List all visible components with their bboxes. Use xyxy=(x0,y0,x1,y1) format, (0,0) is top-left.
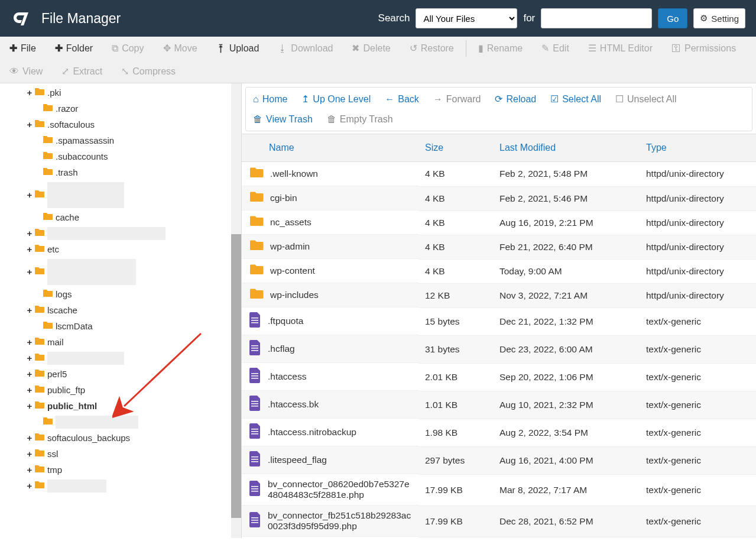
tree-item[interactable]: lscmData xyxy=(0,318,241,334)
tree-item[interactable]: .trash xyxy=(0,164,241,180)
tree-item[interactable]: +softaculous_backups xyxy=(0,430,241,446)
tree-item[interactable]: +public_ftp xyxy=(0,382,241,398)
column-name[interactable]: Name xyxy=(242,134,419,162)
tree-toggle[interactable]: + xyxy=(26,244,33,254)
table-row[interactable]: error_log1.04 MBJul 26, 2022, 10:40 AMte… xyxy=(242,537,756,538)
tree-toggle[interactable]: + xyxy=(26,228,33,238)
column-size[interactable]: Size xyxy=(419,134,494,162)
upload-button[interactable]: ⭱Upload xyxy=(207,37,269,60)
tree-toggle[interactable]: + xyxy=(26,267,33,277)
tree-toggle[interactable]: + xyxy=(26,465,33,475)
compress-button[interactable]: ⤡Compress xyxy=(112,60,185,83)
forward-icon: → xyxy=(433,94,443,105)
tree-item[interactable]: +tmp xyxy=(0,462,241,478)
settings-button[interactable]: ⚙ Setting xyxy=(693,8,745,28)
table-row[interactable]: .htaccess.nitrobackup1.98 KBAug 2, 2022,… xyxy=(242,419,756,446)
tree-toggle[interactable]: + xyxy=(26,190,33,200)
tree-toggle[interactable]: + xyxy=(26,449,33,459)
tree-item[interactable]: +etc xyxy=(0,241,241,257)
tree-item[interactable]: + xyxy=(0,225,241,241)
tree-toggle[interactable]: + xyxy=(26,401,33,411)
back-button[interactable]: ←Back xyxy=(385,94,419,105)
table-row[interactable]: wp-content4 KBToday, 9:00 AMhttpd/unix-d… xyxy=(242,259,756,283)
forward-button[interactable]: →Forward xyxy=(433,94,481,105)
tree-toggle[interactable]: + xyxy=(26,385,33,395)
table-row[interactable]: .hcflag31 bytesDec 23, 2022, 6:00 AMtext… xyxy=(242,335,756,363)
select-all-button[interactable]: ☑Select All xyxy=(550,93,601,105)
tree-item[interactable]: +ssl xyxy=(0,446,241,462)
table-row[interactable]: .ftpquota15 bytesDec 21, 2022, 1:32 PMte… xyxy=(242,307,756,335)
tree-toggle[interactable]: + xyxy=(26,353,33,363)
tree-item[interactable] xyxy=(0,414,241,430)
empty-trash-button[interactable]: 🗑Empty Trash xyxy=(327,114,393,125)
file-name: .ftpquota xyxy=(268,316,303,326)
reload-button[interactable]: ⟳Reload xyxy=(495,93,536,105)
rename-button[interactable]: ▮Rename xyxy=(469,37,532,60)
table-row[interactable]: .well-known4 KBFeb 2, 2021, 5:48 PMhttpd… xyxy=(242,162,756,187)
view-trash-button[interactable]: 🗑View Trash xyxy=(253,114,313,125)
tree-item[interactable]: .razor xyxy=(0,101,241,116)
new-folder-button[interactable]: ✚Folder xyxy=(46,37,102,60)
folder-icon xyxy=(34,88,45,98)
file-modified: Today, 9:00 AM xyxy=(494,259,640,283)
tree-toggle[interactable]: + xyxy=(26,88,33,98)
table-row[interactable]: nc_assets4 KBAug 16, 2019, 2:21 PMhttpd/… xyxy=(242,210,756,235)
folder-icon xyxy=(34,337,45,347)
delete-button[interactable]: ✖Delete xyxy=(342,37,400,60)
tree-item[interactable]: + xyxy=(0,257,241,286)
tree-item[interactable]: + xyxy=(0,350,241,366)
copy-button[interactable]: ⧉Copy xyxy=(102,37,153,60)
tree-toggle[interactable]: + xyxy=(26,481,33,491)
tree-item[interactable]: +perl5 xyxy=(0,366,241,382)
tree-item[interactable]: +public_html xyxy=(0,398,241,414)
tree-item[interactable]: +.softaculous xyxy=(0,116,241,132)
tree-toggle[interactable]: + xyxy=(26,337,33,347)
restore-button[interactable]: ↺Restore xyxy=(400,37,463,60)
download-button[interactable]: ⭳Download xyxy=(268,37,342,60)
extract-button[interactable]: ⤢Extract xyxy=(52,60,112,83)
column-type[interactable]: Type xyxy=(640,134,756,162)
tree-item[interactable]: logs xyxy=(0,286,241,302)
view-button[interactable]: 👁View xyxy=(0,60,52,83)
tree-toggle[interactable]: + xyxy=(26,305,33,315)
move-button[interactable]: ✥Move xyxy=(154,37,207,60)
unselect-all-button[interactable]: ☐Unselect All xyxy=(615,93,677,105)
toolbar: ✚File ✚Folder ⧉Copy ✥Move ⭱Upload ⭳Downl… xyxy=(0,37,756,83)
tree-item[interactable]: .spamassassin xyxy=(0,132,241,148)
table-row[interactable]: bv_connector_08620ed0b7e5327e48048483c5f… xyxy=(242,474,756,506)
tree-toggle[interactable]: + xyxy=(26,369,33,379)
tree-item[interactable]: + xyxy=(0,180,241,209)
permissions-button[interactable]: ⚿Permissions xyxy=(662,37,745,60)
tree-item[interactable]: +mail xyxy=(0,334,241,350)
up-one-level-button[interactable]: ↥Up One Level xyxy=(301,93,371,105)
home-button[interactable]: ⌂Home xyxy=(253,94,287,105)
edit-icon: ✎ xyxy=(541,43,549,54)
edit-button[interactable]: ✎Edit xyxy=(532,37,579,60)
tree-item[interactable]: +lscache xyxy=(0,302,241,318)
tree-toggle[interactable]: + xyxy=(26,433,33,443)
tree-toggle[interactable]: + xyxy=(26,119,33,129)
sidebar-scrollbar[interactable] xyxy=(231,83,241,538)
tree-item[interactable]: cache xyxy=(0,209,241,225)
table-row[interactable]: .litespeed_flag297 bytesAug 16, 2021, 4:… xyxy=(242,446,756,474)
table-row[interactable]: .htaccess.bk1.01 KBAug 10, 2021, 2:32 PM… xyxy=(242,391,756,419)
tree-item[interactable]: +.pki xyxy=(0,85,241,101)
html-editor-button[interactable]: ☰HTML Editor xyxy=(579,37,662,60)
search-scope-select[interactable]: All Your Files xyxy=(416,8,517,28)
table-row[interactable]: wp-includes12 KBNov 3, 2022, 7:21 AMhttp… xyxy=(242,283,756,307)
table-row[interactable]: .htaccess2.01 KBSep 20, 2022, 1:06 PMtex… xyxy=(242,363,756,391)
search-input[interactable] xyxy=(541,8,652,28)
table-row[interactable]: bv_connector_fb251c518b29283ac0023f3d95f… xyxy=(242,506,756,537)
new-file-button[interactable]: ✚File xyxy=(0,37,46,60)
column-modified[interactable]: Last Modified xyxy=(494,134,640,162)
tree-item[interactable]: + xyxy=(0,478,241,494)
go-button[interactable]: Go xyxy=(658,8,687,28)
table-row[interactable]: wp-admin4 KBFeb 21, 2022, 6:40 PMhttpd/u… xyxy=(242,235,756,259)
file-size: 17.99 KB xyxy=(419,474,494,506)
copy-icon: ⧉ xyxy=(112,43,118,54)
file-table-wrap[interactable]: Name Size Last Modified Type .well-known… xyxy=(242,134,756,538)
sidebar-scrollbar-thumb[interactable] xyxy=(231,234,241,518)
table-row[interactable]: cgi-bin4 KBFeb 2, 2021, 5:46 PMhttpd/uni… xyxy=(242,186,756,210)
main-panel: ⌂Home ↥Up One Level ←Back →Forward ⟳Relo… xyxy=(241,83,756,538)
tree-item[interactable]: .subaccounts xyxy=(0,148,241,164)
